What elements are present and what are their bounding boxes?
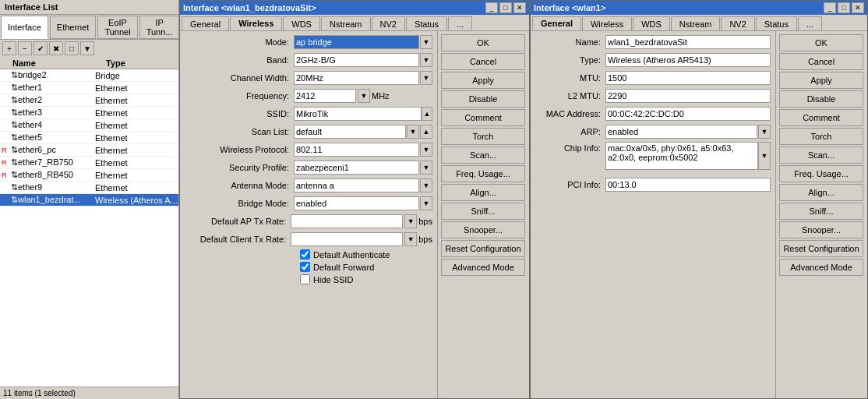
table-row[interactable]: R ⇅ether8_RB450 Ethernet: [0, 169, 178, 182]
disable-button[interactable]: Disable: [441, 90, 525, 108]
tab-eoip[interactable]: EoIP Tunnel: [97, 16, 137, 39]
default-ap-tx-dropdown-btn[interactable]: ▼: [404, 214, 417, 228]
table-row[interactable]: ⇅ether4 Ethernet: [0, 119, 178, 132]
tab-ethernet[interactable]: Ethernet: [50, 16, 97, 39]
security-profile-input[interactable]: [294, 161, 419, 175]
default-authenticate-checkbox[interactable]: [300, 249, 310, 260]
tab2-more[interactable]: ...: [798, 16, 822, 30]
band-dropdown-btn[interactable]: ▼: [420, 53, 432, 67]
tab-wireless[interactable]: Wireless: [230, 16, 282, 30]
ok-button-2[interactable]: OK: [779, 34, 863, 51]
minimize-button[interactable]: _: [485, 2, 498, 13]
cancel-button[interactable]: Cancel: [441, 53, 525, 70]
tab2-status[interactable]: Status: [756, 16, 797, 30]
frequency-input[interactable]: [294, 89, 356, 103]
advanced-mode-button-2[interactable]: Advanced Mode: [779, 259, 863, 276]
maximize-button[interactable]: □: [499, 2, 512, 13]
tab2-wds[interactable]: WDS: [633, 16, 670, 30]
mtu-input[interactable]: [605, 71, 771, 85]
add-button[interactable]: +: [2, 41, 16, 55]
antenna-mode-dropdown-btn[interactable]: ▼: [420, 178, 432, 192]
frequency-dropdown-btn[interactable]: ▼: [358, 89, 370, 103]
advanced-mode-button[interactable]: Advanced Mode: [441, 259, 525, 276]
tab-wds[interactable]: WDS: [283, 16, 320, 30]
freq-usage-button-2[interactable]: Freq. Usage...: [779, 165, 863, 182]
default-client-tx-input[interactable]: [291, 232, 403, 246]
snooper-button[interactable]: Snooper...: [441, 221, 525, 238]
channel-width-dropdown-btn[interactable]: ▼: [420, 71, 432, 85]
reset-config-button[interactable]: Reset Configuration: [441, 240, 525, 257]
tab-nv2[interactable]: NV2: [372, 16, 405, 30]
bridge-mode-dropdown-btn[interactable]: ▼: [420, 196, 432, 210]
tab-status[interactable]: Status: [406, 16, 447, 30]
close-button[interactable]: ✕: [513, 2, 526, 13]
table-row[interactable]: ⇅bridge2 Bridge: [0, 69, 178, 82]
apply-button[interactable]: Apply: [441, 72, 525, 89]
bridge-mode-input[interactable]: [294, 196, 419, 210]
tab2-nstream[interactable]: Nstream: [671, 16, 721, 30]
copy-button[interactable]: □: [65, 41, 79, 55]
table-row[interactable]: ⇅ether2 Ethernet: [0, 94, 178, 107]
tab2-general[interactable]: General: [532, 16, 581, 30]
mac-input[interactable]: [605, 107, 771, 121]
comment-button-2[interactable]: Comment: [779, 109, 863, 126]
table-row[interactable]: R ⇅ether6_pc Ethernet: [0, 144, 178, 157]
default-client-tx-dropdown-btn[interactable]: ▼: [404, 232, 417, 246]
freq-usage-button[interactable]: Freq. Usage...: [441, 165, 525, 182]
table-row[interactable]: ⇅wlan1_bezdrat... Wireless (Atheros A...: [0, 194, 178, 207]
tab-nstream[interactable]: Nstream: [321, 16, 371, 30]
ok-button[interactable]: OK: [441, 34, 525, 51]
table-row[interactable]: ⇅ether5 Ethernet: [0, 132, 178, 144]
reset-config-button-2[interactable]: Reset Configuration: [779, 240, 863, 257]
scan-list-input[interactable]: [294, 125, 406, 139]
mode-input[interactable]: [294, 35, 419, 49]
torch-button[interactable]: Torch: [441, 128, 525, 145]
table-row[interactable]: ⇅ether3 Ethernet: [0, 107, 178, 119]
chip-info-scroll-btn[interactable]: ▼: [758, 142, 771, 170]
close-button-2[interactable]: ✕: [852, 2, 864, 13]
tab2-wireless[interactable]: Wireless: [582, 16, 632, 30]
sniff-button-2[interactable]: Sniff...: [779, 203, 863, 220]
tab-general[interactable]: General: [182, 16, 229, 30]
hide-ssid-checkbox[interactable]: [300, 274, 310, 284]
table-row[interactable]: R ⇅ether7_RB750 Ethernet: [0, 157, 178, 169]
name-input[interactable]: [605, 35, 771, 49]
col-header-name[interactable]: Name: [12, 58, 106, 68]
torch-button-2[interactable]: Torch: [779, 128, 863, 145]
scan-list-arrow-btn[interactable]: ▲: [420, 125, 432, 139]
apply-button-2[interactable]: Apply: [779, 72, 863, 89]
remove-button[interactable]: −: [18, 41, 32, 55]
antenna-mode-input[interactable]: [294, 178, 419, 192]
tab-iptun[interactable]: IP Tunn...: [139, 16, 180, 39]
edit-button[interactable]: ✔: [34, 41, 48, 55]
cancel-button[interactable]: ✖: [49, 41, 63, 55]
scan-list-dropdown-btn[interactable]: ▼: [407, 125, 419, 139]
disable-button-2[interactable]: Disable: [779, 90, 863, 108]
tab-more[interactable]: ...: [448, 16, 472, 30]
arp-dropdown-btn[interactable]: ▼: [758, 125, 771, 139]
wireless-protocol-dropdown-btn[interactable]: ▼: [420, 143, 432, 157]
arp-input[interactable]: [605, 125, 757, 139]
snooper-button-2[interactable]: Snooper...: [779, 221, 863, 238]
band-input[interactable]: [294, 53, 419, 67]
align-button-2[interactable]: Align...: [779, 184, 863, 201]
scan-button[interactable]: Scan...: [441, 147, 525, 164]
scan-button-2[interactable]: Scan...: [779, 147, 863, 164]
ssid-arrow-btn[interactable]: ▲: [422, 107, 432, 121]
table-row[interactable]: ⇅ether9 Ethernet: [0, 182, 178, 194]
table-row[interactable]: ⇅ether1 Ethernet: [0, 82, 178, 94]
cancel-button-2[interactable]: Cancel: [779, 53, 863, 70]
tab-interface[interactable]: Interface: [1, 16, 48, 39]
align-button[interactable]: Align...: [441, 184, 525, 201]
wireless-protocol-input[interactable]: [294, 143, 419, 157]
pci-info-input[interactable]: [605, 178, 771, 192]
type-input[interactable]: [605, 53, 771, 67]
filter-button[interactable]: ▼: [80, 41, 94, 55]
default-ap-tx-input[interactable]: [291, 214, 403, 228]
tab2-nv2[interactable]: NV2: [721, 16, 754, 30]
mode-dropdown-btn[interactable]: ▼: [420, 35, 432, 49]
security-profile-dropdown-btn[interactable]: ▼: [420, 161, 432, 175]
sniff-button[interactable]: Sniff...: [441, 203, 525, 220]
maximize-button-2[interactable]: □: [838, 2, 850, 13]
minimize-button-2[interactable]: _: [824, 2, 836, 13]
